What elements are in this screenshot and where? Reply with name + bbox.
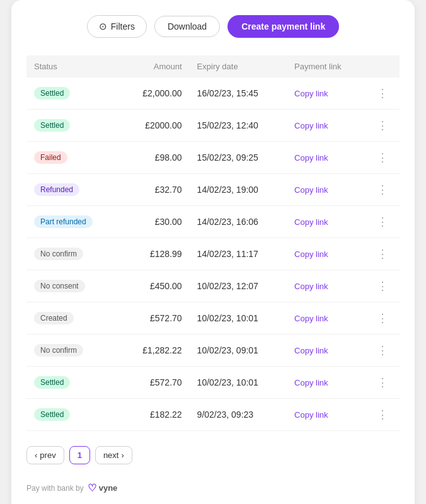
more-icon[interactable]: ⋮ [377, 119, 388, 132]
cell-payment-link: Copy link [287, 206, 366, 238]
pagination: ‹ prev 1 next › [26, 446, 400, 464]
footer-text: Pay with bank by [26, 484, 84, 493]
cell-amount: £32.70 [120, 174, 190, 206]
cell-status: Settled [26, 367, 120, 399]
more-icon[interactable]: ⋮ [377, 248, 388, 260]
table-row: No confirm £128.99 14/02/23, 11:17 Copy … [26, 238, 400, 270]
cell-payment-link: Copy link [287, 174, 366, 206]
status-badge: Settled [34, 408, 70, 421]
more-icon[interactable]: ⋮ [377, 344, 388, 357]
brand-name: vyne [99, 483, 118, 493]
more-icon[interactable]: ⋮ [377, 408, 388, 421]
cell-more: ⋮ [366, 335, 400, 367]
cell-status: No confirm [26, 238, 120, 270]
copy-link-button[interactable]: Copy link [294, 89, 328, 98]
cell-amount: £98.00 [120, 142, 190, 174]
toolbar: ⊙ Filters Download Create payment link [26, 15, 400, 38]
cell-expiry: 10/02/23, 09:01 [190, 335, 287, 367]
page-1-button[interactable]: 1 [69, 446, 90, 464]
copy-link-button[interactable]: Copy link [294, 185, 328, 195]
status-badge: Created [34, 312, 74, 324]
next-button[interactable]: next › [95, 446, 132, 464]
prev-chevron-icon: ‹ [35, 450, 37, 460]
cell-status: Part refunded [26, 206, 120, 238]
table-row: Settled £2000.00 15/02/23, 12:40 Copy li… [26, 110, 400, 142]
copy-link-button[interactable]: Copy link [294, 314, 328, 323]
prev-button[interactable]: ‹ prev [26, 446, 64, 464]
status-badge: No confirm [34, 248, 83, 260]
create-label: Create payment link [241, 21, 325, 32]
cell-payment-link: Copy link [287, 367, 366, 399]
status-badge: Settled [34, 87, 70, 100]
table-row: Failed £98.00 15/02/23, 09:25 Copy link … [26, 142, 400, 174]
cell-status: No consent [26, 270, 120, 302]
cell-status: Settled [26, 77, 120, 110]
copy-link-button[interactable]: Copy link [294, 282, 328, 291]
table-header-row: Status Amount Expiry date Payment link [26, 55, 400, 77]
more-icon[interactable]: ⋮ [377, 280, 388, 292]
page-number: 1 [78, 450, 82, 460]
cell-more: ⋮ [366, 174, 400, 206]
download-label: Download [168, 21, 207, 32]
cell-payment-link: Copy link [287, 110, 366, 142]
status-badge: No confirm [34, 344, 83, 357]
status-badge: Settled [34, 376, 70, 389]
filters-button[interactable]: ⊙ Filters [87, 15, 147, 38]
copy-link-button[interactable]: Copy link [294, 378, 328, 387]
download-button[interactable]: Download [154, 16, 220, 37]
cell-expiry: 10/02/23, 10:01 [190, 367, 287, 399]
header-payment-link: Payment link [287, 55, 366, 77]
cell-more: ⋮ [366, 399, 400, 431]
cell-amount: £30.00 [120, 206, 190, 238]
table-row: Settled £182.22 9/02/23, 09:23 Copy link… [26, 399, 400, 431]
copy-link-button[interactable]: Copy link [294, 121, 328, 130]
create-payment-link-button[interactable]: Create payment link [227, 15, 339, 38]
cell-status: Failed [26, 142, 120, 174]
cell-status: Created [26, 302, 120, 335]
cell-expiry: 14/02/23, 11:17 [190, 238, 287, 270]
table-row: Settled £2,000.00 16/02/23, 15:45 Copy l… [26, 77, 400, 110]
next-chevron-icon: › [121, 450, 124, 460]
cell-more: ⋮ [366, 367, 400, 399]
cell-expiry: 10/02/23, 10:01 [190, 302, 287, 335]
more-icon[interactable]: ⋮ [377, 376, 388, 389]
cell-payment-link: Copy link [287, 335, 366, 367]
payments-table: Status Amount Expiry date Payment link S… [26, 55, 400, 431]
table-row: Refunded £32.70 14/02/23, 19:00 Copy lin… [26, 174, 400, 206]
footer: Pay with bank by ♡ vyne [26, 482, 400, 494]
status-badge: Refunded [34, 183, 79, 196]
cell-expiry: 15/02/23, 09:25 [190, 142, 287, 174]
more-icon[interactable]: ⋮ [377, 87, 388, 100]
copy-link-button[interactable]: Copy link [294, 410, 328, 420]
status-badge: Settled [34, 119, 70, 132]
cell-more: ⋮ [366, 238, 400, 270]
cell-amount: £572.70 [120, 367, 190, 399]
cell-payment-link: Copy link [287, 270, 366, 302]
cell-more: ⋮ [366, 142, 400, 174]
copy-link-button[interactable]: Copy link [294, 153, 328, 163]
next-label: next [103, 450, 119, 460]
copy-link-button[interactable]: Copy link [294, 217, 328, 227]
header-expiry: Expiry date [190, 55, 287, 77]
cell-expiry: 9/02/23, 09:23 [190, 399, 287, 431]
table-row: Part refunded £30.00 14/02/23, 16:06 Cop… [26, 206, 400, 238]
cell-status: Settled [26, 399, 120, 431]
table-row: Created £572.70 10/02/23, 10:01 Copy lin… [26, 302, 400, 335]
more-icon[interactable]: ⋮ [377, 151, 388, 164]
cell-status: Settled [26, 110, 120, 142]
more-icon[interactable]: ⋮ [377, 312, 388, 324]
cell-expiry: 14/02/23, 19:00 [190, 174, 287, 206]
header-actions [366, 55, 400, 77]
cell-amount: £2000.00 [120, 110, 190, 142]
more-icon[interactable]: ⋮ [377, 215, 388, 228]
cell-status: No confirm [26, 335, 120, 367]
cell-payment-link: Copy link [287, 238, 366, 270]
copy-link-button[interactable]: Copy link [294, 249, 328, 259]
cell-amount: £572.70 [120, 302, 190, 335]
vyne-heart-icon: ♡ [88, 482, 96, 494]
cell-amount: £2,000.00 [120, 77, 190, 110]
table-row: Settled £572.70 10/02/23, 10:01 Copy lin… [26, 367, 400, 399]
more-icon[interactable]: ⋮ [377, 183, 388, 196]
copy-link-button[interactable]: Copy link [294, 346, 328, 355]
main-card: ⊙ Filters Download Create payment link S… [11, 0, 415, 504]
